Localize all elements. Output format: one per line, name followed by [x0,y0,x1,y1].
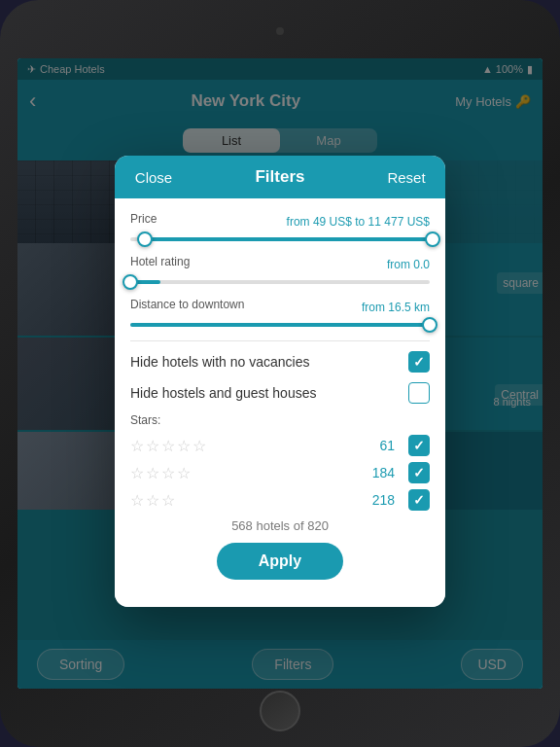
star-empty-0-1: ☆ [130,437,144,455]
star-empty-1-2: ☆ [146,464,159,482]
screen: ✈ Cheap Hotels ▲ 100% ▮ ‹ New York City … [18,58,542,689]
stars-icons-2: ☆ ☆ ☆ [130,491,175,510]
rating-thumb[interactable] [122,274,138,290]
price-label: Price [130,212,157,226]
reset-button[interactable]: Reset [368,169,445,186]
checkbox-row-0: Hide hotels with no vacancies [130,351,430,373]
star-empty-0-2: ☆ [146,437,159,455]
star-checkbox-2[interactable] [408,489,430,511]
rating-label-row: Hotel rating from 0.0 [130,255,430,274]
stars-label: Stars: [130,413,430,427]
star-checkbox-1[interactable] [408,462,430,483]
price-value: from 49 US$ to 11 477 US$ [287,215,430,229]
modal-content: Price from 49 US$ to 11 477 US$ Hotel ra… [115,198,445,607]
home-button[interactable] [260,691,300,731]
checkbox-0[interactable] [408,351,430,373]
star-empty-1-3: ☆ [161,464,175,482]
star-empty-0-3: ☆ [161,437,175,455]
rating-slider[interactable] [130,280,430,284]
star-empty-0-5: ☆ [192,437,206,455]
stars-icons-0: ☆ ☆ ☆ ☆ ☆ [130,437,206,455]
divider-1 [130,340,430,341]
price-slider[interactable] [130,237,430,241]
checkbox-label-1: Hide hostels and guest houses [130,385,316,401]
price-thumb-right[interactable] [425,231,440,247]
checkbox-label-0: Hide hotels with no vacancies [130,354,309,370]
stars-right-1: 184 [372,462,430,483]
distance-filter-section: Distance to downtown from 16.5 km [130,298,430,327]
price-filter-section: Price from 49 US$ to 11 477 US$ [130,212,430,241]
price-label-row: Price from 49 US$ to 11 477 US$ [130,212,430,231]
price-thumb-left[interactable] [137,231,153,247]
modal-overlay: Close Filters Reset Price from 49 US$ to… [18,58,542,689]
stars-count-0: 61 [379,438,395,453]
device-frame: ✈ Cheap Hotels ▲ 100% ▮ ‹ New York City … [0,0,560,747]
star-checkbox-0[interactable] [408,435,430,456]
star-empty-2-3: ☆ [161,491,175,510]
star-empty-1-1: ☆ [130,464,144,482]
stars-count-1: 184 [372,465,395,480]
star-empty-2-1: ☆ [130,491,144,510]
filter-modal: Close Filters Reset Price from 49 US$ to… [115,156,445,607]
rating-filter-section: Hotel rating from 0.0 [130,255,430,284]
distance-slider-fill [130,323,430,327]
apply-button[interactable]: Apply [217,543,343,580]
rating-label: Hotel rating [130,255,190,268]
checkbox-1[interactable] [408,382,430,404]
star-empty-0-4: ☆ [177,437,191,455]
stars-right-2: 218 [372,489,430,511]
distance-label: Distance to downtown [130,298,244,311]
distance-thumb[interactable] [422,317,438,333]
stars-row-2: ☆ ☆ ☆ 218 [130,489,430,511]
stars-icons-1: ☆ ☆ ☆ ☆ [130,464,191,482]
stars-row-0: ☆ ☆ ☆ ☆ ☆ 61 [130,435,430,456]
checkbox-row-1: Hide hostels and guest houses [130,382,430,404]
front-camera [276,27,284,35]
distance-slider[interactable] [130,323,430,327]
distance-value: from 16.5 km [362,301,430,314]
price-slider-fill [145,237,430,241]
hotels-count: 568 hotels of 820 [130,518,430,533]
close-button[interactable]: Close [115,169,192,186]
distance-label-row: Distance to downtown from 16.5 km [130,298,430,317]
stars-count-2: 218 [372,492,395,508]
modal-header: Close Filters Reset [115,156,445,198]
modal-title: Filters [192,167,368,187]
stars-row-1: ☆ ☆ ☆ ☆ 184 [130,462,430,483]
stars-right-0: 61 [379,435,430,456]
star-empty-2-2: ☆ [146,491,159,510]
star-empty-1-4: ☆ [177,464,191,482]
rating-value: from 0.0 [387,258,430,271]
